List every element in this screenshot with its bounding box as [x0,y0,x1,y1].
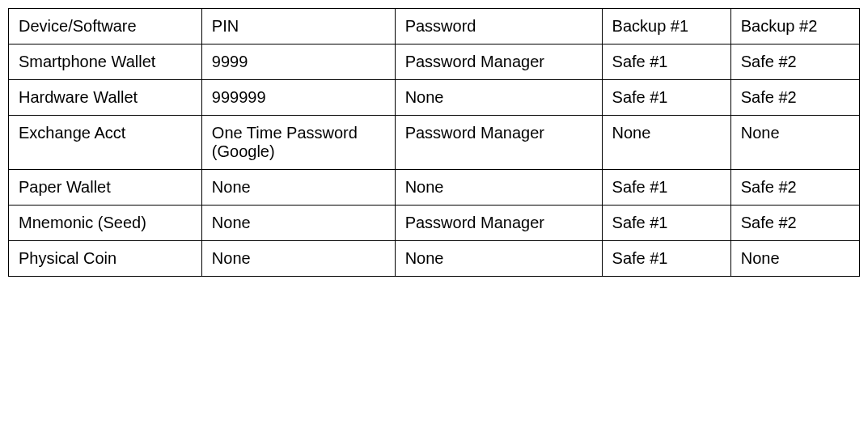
cell-backup2: Safe #2 [730,80,859,116]
cell-password: None [395,241,602,277]
cell-password: Password Manager [395,116,602,170]
cell-backup2: Safe #2 [730,206,859,241]
cell-backup1: Safe #1 [602,44,730,80]
cell-pin: None [201,170,395,206]
header-cell: Backup #2 [730,9,859,44]
cell-password: Password Manager [395,44,602,80]
table-row: Smartphone Wallet 9999 Password Manager … [9,44,860,80]
cell-backup1: Safe #1 [602,206,730,241]
security-table: Device/Software PIN Password Backup #1 B… [8,8,860,277]
cell-password: None [395,80,602,116]
cell-pin: None [201,206,395,241]
cell-backup2: Safe #2 [730,44,859,80]
cell-device: Hardware Wallet [9,80,202,116]
cell-pin: 999999 [201,80,395,116]
cell-password: None [395,170,602,206]
table-row: Paper Wallet None None Safe #1 Safe #2 [9,170,860,206]
table-row: Mnemonic (Seed) None Password Manager Sa… [9,206,860,241]
header-cell: Backup #1 [602,9,730,44]
table-row: Hardware Wallet 999999 None Safe #1 Safe… [9,80,860,116]
table-row: Physical Coin None None Safe #1 None [9,241,860,277]
cell-backup2: Safe #2 [730,170,859,206]
cell-password: Password Manager [395,206,602,241]
header-cell: Password [395,9,602,44]
cell-backup2: None [730,241,859,277]
cell-pin: 9999 [201,44,395,80]
header-cell: PIN [201,9,395,44]
cell-device: Physical Coin [9,241,202,277]
cell-backup1: Safe #1 [602,241,730,277]
cell-backup2: None [730,116,859,170]
cell-backup1: Safe #1 [602,170,730,206]
cell-pin: One Time Password (Google) [201,116,395,170]
header-cell: Device/Software [9,9,202,44]
cell-device: Smartphone Wallet [9,44,202,80]
cell-backup1: None [602,116,730,170]
cell-device: Mnemonic (Seed) [9,206,202,241]
cell-backup1: Safe #1 [602,80,730,116]
cell-device: Exchange Acct [9,116,202,170]
table-row: Exchange Acct One Time Password (Google)… [9,116,860,170]
cell-device: Paper Wallet [9,170,202,206]
table-header-row: Device/Software PIN Password Backup #1 B… [9,9,860,44]
cell-pin: None [201,241,395,277]
